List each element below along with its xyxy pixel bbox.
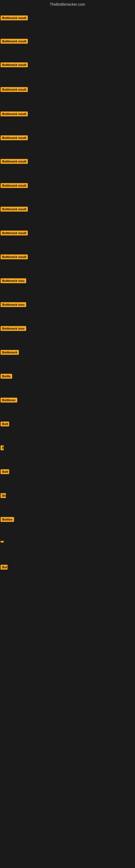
bottleneck-badge: Bottleneck result [1,254,28,259]
bottleneck-badge: Bottleneck result [1,230,28,236]
bottleneck-badge: Bottlenec [1,398,17,403]
bottleneck-badge: Bottleneck [1,350,19,355]
bottleneck-badge: Bottleneck resu [1,326,26,331]
bottleneck-badge: Bottleneck result [1,183,28,188]
bottleneck-badge: Bottleneck result [1,159,28,164]
bottleneck-badge: Bottlen [1,517,14,522]
bottleneck-badge: B [1,445,4,450]
bottleneck-badge: Bottleneck result [1,87,28,92]
bottleneck-badge: Bottleneck result [1,112,28,116]
bottleneck-badge: Bottleneck result [1,135,28,140]
bottleneck-badge: Bo [1,493,6,498]
bottleneck-badge [1,541,4,542]
bottleneck-badge: Bottleneck resu [1,278,26,283]
bottleneck-badge: Bottleneck resu [1,302,26,307]
bottleneck-badge: Bottleneck result [1,207,28,212]
bottleneck-badge: Bott [1,422,9,426]
bottleneck-badge: Bottleneck result [1,39,28,44]
bottleneck-badge: Bott [1,469,9,474]
bottleneck-badge: Bottle [1,374,12,379]
site-title: TheBottlenecker.com [0,2,135,6]
bottleneck-badge: Bottleneck result [1,62,28,67]
bottleneck-badge: Bottleneck result [1,16,28,20]
bottleneck-badge: Bot [1,565,8,569]
